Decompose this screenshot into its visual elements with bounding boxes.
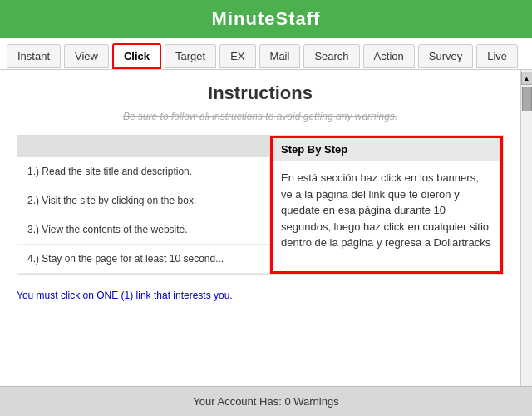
step-3: 3.) View the contents of the website.: [17, 215, 269, 245]
footer: Your Account Has: 0 Warnings: [0, 386, 532, 416]
tab-instant[interactable]: Instant: [7, 44, 61, 68]
step-panel-header: Step By Step: [273, 138, 500, 161]
tab-click[interactable]: Click: [112, 43, 161, 69]
steps-header: [17, 136, 269, 157]
step-by-step-panel: Step By Step En está sección haz click e…: [270, 136, 503, 274]
main-content: Instructions Be sure to follow all instr…: [0, 70, 532, 416]
tab-target[interactable]: Target: [165, 44, 216, 68]
tab-view[interactable]: View: [64, 44, 109, 68]
scroll-up-button[interactable]: ▲: [521, 72, 533, 85]
account-warnings: Your Account Has: 0 Warnings: [193, 395, 338, 408]
steps-list: 1.) Read the site title and description.…: [17, 136, 270, 274]
tab-live[interactable]: Live: [476, 44, 518, 68]
scroll-thumb[interactable]: [522, 87, 532, 111]
step-panel-body: En está sección haz click en los banners…: [273, 161, 500, 260]
content-area: Instructions Be sure to follow all instr…: [0, 70, 520, 416]
nav-bar: Instant View Click Target EX Mail Search…: [0, 38, 532, 70]
step-1: 1.) Read the site title and description.: [17, 157, 269, 186]
tab-ex[interactable]: EX: [219, 44, 255, 68]
tab-action[interactable]: Action: [363, 44, 415, 68]
tab-search[interactable]: Search: [303, 44, 359, 68]
scrollbar[interactable]: ▲: [520, 70, 532, 416]
app-title: MinuteStaff: [0, 8, 532, 30]
step-area: 1.) Read the site title and description.…: [17, 135, 504, 275]
tab-mail[interactable]: Mail: [259, 44, 301, 68]
bottom-link-area: You must click on ONE (1) link that inte…: [17, 283, 504, 308]
app-header: MinuteStaff: [0, 0, 532, 38]
instructions-subtitle: Be sure to follow all instructions to av…: [17, 111, 504, 122]
step-2: 2.) Visit the site by clicking on the bo…: [17, 186, 269, 215]
step-4: 4.) Stay on the page for at least 10 sec…: [17, 245, 269, 274]
one-link-anchor[interactable]: You must click on ONE (1) link that inte…: [17, 290, 233, 301]
tab-survey[interactable]: Survey: [418, 44, 473, 68]
instructions-title: Instructions: [17, 82, 504, 104]
